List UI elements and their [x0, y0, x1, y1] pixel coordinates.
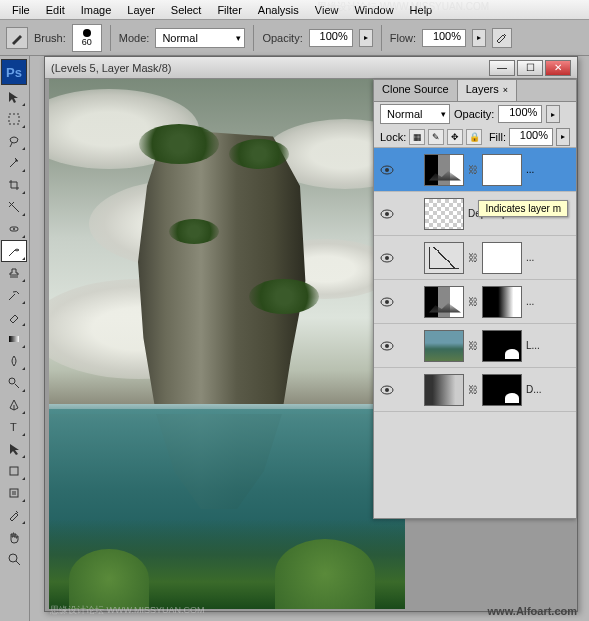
link-icon[interactable]: ⛓	[468, 340, 478, 351]
vegetation-icon	[229, 139, 289, 169]
menu-select[interactable]: Select	[163, 2, 210, 18]
brush-preset-picker[interactable]: 60	[72, 24, 102, 52]
visibility-toggle[interactable]	[378, 249, 396, 267]
close-tab-icon[interactable]: ×	[503, 85, 508, 95]
move-tool[interactable]	[1, 86, 27, 108]
crop-tool[interactable]	[1, 174, 27, 196]
menu-filter[interactable]: Filter	[209, 2, 249, 18]
layer-mask-thumb[interactable]	[482, 286, 522, 318]
pen-tool[interactable]	[1, 394, 27, 416]
document-window: (Levels 5, Layer Mask/8) — ☐ ✕	[44, 56, 578, 612]
lock-position-icon[interactable]: ✥	[447, 129, 463, 145]
hand-tool[interactable]	[1, 526, 27, 548]
marquee-tool[interactable]	[1, 108, 27, 130]
layer-opacity-input[interactable]: 100%	[498, 105, 542, 123]
lock-row: Lock: ▦ ✎ ✥ 🔒 Fill: 100% ▸	[374, 126, 576, 148]
healing-tool[interactable]	[1, 218, 27, 240]
brush-tool[interactable]	[1, 240, 27, 262]
svg-rect-0	[9, 114, 19, 124]
menu-analysis[interactable]: Analysis	[250, 2, 307, 18]
airbrush-toggle[interactable]	[492, 28, 512, 48]
layer-row[interactable]: ⛓ ...	[374, 148, 576, 192]
path-select-tool[interactable]	[1, 438, 27, 460]
layer-mask-thumb[interactable]	[482, 154, 522, 186]
lock-transparency-icon[interactable]: ▦	[409, 129, 425, 145]
layer-name[interactable]: ...	[526, 296, 534, 307]
mode-label: Mode:	[119, 32, 150, 44]
lock-pixels-icon[interactable]: ✎	[428, 129, 444, 145]
blend-mode-select[interactable]: Normal	[155, 28, 245, 48]
close-button[interactable]: ✕	[545, 60, 571, 76]
photoshop-logo-icon: Ps	[1, 59, 27, 85]
visibility-toggle[interactable]	[378, 205, 396, 223]
link-icon[interactable]: ⛓	[468, 384, 478, 395]
gradient-tool[interactable]	[1, 328, 27, 350]
eyedropper-tool[interactable]	[1, 504, 27, 526]
menu-file[interactable]: File	[4, 2, 38, 18]
link-icon[interactable]: ⛓	[468, 252, 478, 263]
tooltip: Indicates layer m	[478, 200, 568, 217]
tool-preset-picker[interactable]	[6, 27, 28, 49]
opacity-stepper[interactable]: ▸	[546, 105, 560, 123]
visibility-toggle[interactable]	[378, 337, 396, 355]
layer-thumb[interactable]	[424, 286, 464, 318]
layer-mask-thumb[interactable]	[482, 330, 522, 362]
slice-tool[interactable]	[1, 196, 27, 218]
link-icon[interactable]: ⛓	[468, 296, 478, 307]
layer-thumb[interactable]	[424, 154, 464, 186]
layer-name[interactable]: ...	[526, 252, 534, 263]
visibility-toggle[interactable]	[378, 293, 396, 311]
notes-tool[interactable]	[1, 482, 27, 504]
document-area: (Levels 5, Layer Mask/8) — ☐ ✕	[30, 56, 589, 621]
stamp-tool[interactable]	[1, 262, 27, 284]
lock-all-icon[interactable]: 🔒	[466, 129, 482, 145]
layer-thumb[interactable]	[424, 330, 464, 362]
link-icon[interactable]: ⛓	[468, 164, 478, 175]
document-titlebar[interactable]: (Levels 5, Layer Mask/8) — ☐ ✕	[45, 57, 577, 79]
canvas[interactable]	[49, 79, 405, 609]
tab-layers[interactable]: Layers×	[458, 80, 517, 101]
lasso-tool[interactable]	[1, 130, 27, 152]
menu-edit[interactable]: Edit	[38, 2, 73, 18]
flow-input[interactable]: 100%	[422, 29, 466, 47]
eraser-tool[interactable]	[1, 306, 27, 328]
type-tool[interactable]: T	[1, 416, 27, 438]
tab-clone-source[interactable]: Clone Source	[374, 80, 458, 101]
fill-stepper[interactable]: ▸	[556, 128, 570, 146]
layer-row[interactable]: ⛓ ...	[374, 280, 576, 324]
layer-row[interactable]: ⛓ D...	[374, 368, 576, 412]
svg-rect-6	[10, 489, 18, 497]
watermark: www.Alfoart.com	[488, 605, 577, 617]
minimize-button[interactable]: —	[489, 60, 515, 76]
flow-stepper[interactable]: ▸	[472, 29, 486, 47]
history-brush-tool[interactable]	[1, 284, 27, 306]
layer-row[interactable]: ⛓ L...	[374, 324, 576, 368]
flow-label: Flow:	[390, 32, 416, 44]
zoom-tool[interactable]	[1, 548, 27, 570]
blur-tool[interactable]	[1, 350, 27, 372]
layer-thumb[interactable]	[424, 198, 464, 230]
menu-layer[interactable]: Layer	[119, 2, 163, 18]
shape-tool[interactable]	[1, 460, 27, 482]
layer-thumb[interactable]	[424, 242, 464, 274]
layer-name[interactable]: D...	[526, 384, 542, 395]
visibility-toggle[interactable]	[378, 161, 396, 179]
brush-label: Brush:	[34, 32, 66, 44]
layer-mask-thumb[interactable]	[482, 374, 522, 406]
layer-thumb[interactable]	[424, 374, 464, 406]
layer-blend-mode[interactable]: Normal	[380, 104, 450, 124]
brush-dot-icon	[83, 29, 91, 37]
fill-input[interactable]: 100%	[509, 128, 553, 146]
visibility-toggle[interactable]	[378, 381, 396, 399]
layer-row[interactable]: ⛓ ...	[374, 236, 576, 280]
toolbox: Ps T	[0, 56, 30, 621]
menu-image[interactable]: Image	[73, 2, 120, 18]
layer-mask-thumb[interactable]	[482, 242, 522, 274]
maximize-button[interactable]: ☐	[517, 60, 543, 76]
opacity-input[interactable]: 100%	[309, 29, 353, 47]
layer-name[interactable]: ...	[526, 164, 534, 175]
magic-wand-tool[interactable]	[1, 152, 27, 174]
opacity-stepper[interactable]: ▸	[359, 29, 373, 47]
layer-name[interactable]: L...	[526, 340, 540, 351]
dodge-tool[interactable]	[1, 372, 27, 394]
